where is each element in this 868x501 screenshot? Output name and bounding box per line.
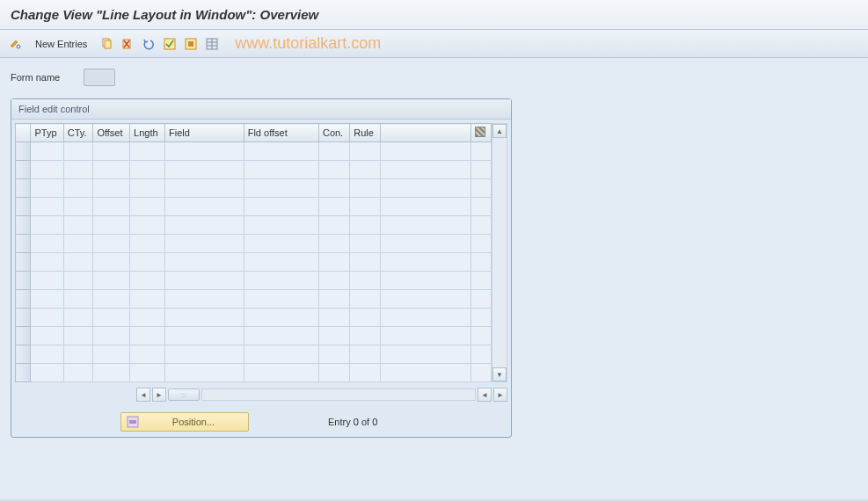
grid-cell[interactable] <box>350 290 381 309</box>
grid-cell[interactable] <box>93 142 130 161</box>
grid-cell[interactable] <box>244 253 318 272</box>
hscroll-track[interactable] <box>201 388 476 401</box>
copy-button[interactable] <box>98 35 115 53</box>
grid-cell[interactable] <box>318 253 349 272</box>
grid-cell[interactable] <box>381 161 471 179</box>
grid-cell[interactable] <box>31 309 63 327</box>
grid-cell[interactable] <box>130 345 165 364</box>
grid-cell[interactable] <box>31 327 63 345</box>
grid-cell[interactable] <box>381 235 471 253</box>
grid-cell[interactable] <box>63 198 93 216</box>
row-selector[interactable] <box>16 179 31 198</box>
table-settings-button[interactable] <box>203 35 221 53</box>
grid-cell[interactable] <box>318 142 349 161</box>
delete-button[interactable] <box>119 35 136 53</box>
grid-cell[interactable] <box>93 364 130 382</box>
row-selector[interactable] <box>16 327 31 345</box>
grid-cell[interactable] <box>31 161 63 179</box>
grid-cell[interactable] <box>93 216 130 235</box>
grid-cell[interactable] <box>244 345 318 364</box>
col-header-lngth[interactable]: Lngth <box>130 124 165 142</box>
grid-cell[interactable] <box>244 216 318 235</box>
new-entries-button[interactable]: New Entries <box>28 37 94 51</box>
row-selector[interactable] <box>16 309 31 327</box>
vertical-scrollbar[interactable]: ▲ ▼ <box>492 123 507 382</box>
scroll-right-end-button[interactable]: ► <box>493 388 507 402</box>
grid-cell[interactable] <box>31 198 63 216</box>
grid-cell[interactable] <box>244 198 318 216</box>
col-header-offset[interactable]: Offset <box>93 124 130 142</box>
grid-cell[interactable] <box>350 327 381 345</box>
grid-cell[interactable] <box>318 327 349 345</box>
position-button[interactable]: Position... <box>120 412 249 432</box>
row-selector[interactable] <box>16 272 31 290</box>
grid-cell[interactable] <box>350 309 381 327</box>
grid-cell[interactable] <box>244 235 318 253</box>
grid-cell[interactable] <box>63 253 93 272</box>
scroll-up-button[interactable]: ▲ <box>492 124 507 138</box>
grid-cell[interactable] <box>165 272 244 290</box>
scroll-right-inner-button[interactable]: ► <box>152 388 166 402</box>
grid-cell[interactable] <box>318 235 349 253</box>
grid-cell[interactable] <box>318 345 349 364</box>
grid-cell[interactable] <box>318 216 349 235</box>
row-selector[interactable] <box>16 235 31 253</box>
grid-cell[interactable] <box>165 179 244 198</box>
grid-cell[interactable] <box>31 290 63 309</box>
grid-cell[interactable] <box>350 142 381 161</box>
grid-cell[interactable] <box>31 142 63 161</box>
grid-cell[interactable] <box>130 179 165 198</box>
grid-cell[interactable] <box>165 253 244 272</box>
grid-cell[interactable] <box>63 179 93 198</box>
grid-cell[interactable] <box>165 364 244 382</box>
grid-cell[interactable] <box>63 161 93 179</box>
grid-cell[interactable] <box>381 309 471 327</box>
grid-cell[interactable] <box>318 272 349 290</box>
grid-cell[interactable] <box>381 290 471 309</box>
scroll-left-button[interactable]: ◄ <box>136 388 150 402</box>
grid-cell[interactable] <box>93 290 130 309</box>
grid-cell[interactable] <box>165 345 244 364</box>
grid-cell[interactable] <box>63 142 93 161</box>
grid-cell[interactable] <box>63 364 93 382</box>
hscroll-thumb[interactable]: ::: <box>168 388 200 401</box>
grid-cell[interactable] <box>130 198 165 216</box>
col-header-fldoffset[interactable]: Fld offset <box>244 124 318 142</box>
grid-cell[interactable] <box>93 235 130 253</box>
grid-cell[interactable] <box>165 142 244 161</box>
grid-cell[interactable] <box>350 198 381 216</box>
grid-cell[interactable] <box>318 290 349 309</box>
row-selector[interactable] <box>16 364 31 382</box>
configure-columns-button[interactable] <box>470 124 491 142</box>
grid-cell[interactable] <box>165 198 244 216</box>
grid-cell[interactable] <box>350 272 381 290</box>
grid-cell[interactable] <box>130 235 165 253</box>
grid-cell[interactable] <box>93 198 130 216</box>
grid-cell[interactable] <box>381 345 471 364</box>
grid-cell[interactable] <box>350 235 381 253</box>
grid-cell[interactable] <box>63 272 93 290</box>
grid-cell[interactable] <box>130 364 165 382</box>
select-all-rows[interactable] <box>16 124 31 142</box>
grid-cell[interactable] <box>318 364 349 382</box>
grid-cell[interactable] <box>130 253 165 272</box>
grid-cell[interactable] <box>244 272 318 290</box>
grid-cell[interactable] <box>350 253 381 272</box>
grid-cell[interactable] <box>31 272 63 290</box>
grid-cell[interactable] <box>93 309 130 327</box>
grid-cell[interactable] <box>381 253 471 272</box>
grid-cell[interactable] <box>165 235 244 253</box>
grid-cell[interactable] <box>93 253 130 272</box>
grid-cell[interactable] <box>63 235 93 253</box>
grid-cell[interactable] <box>318 161 349 179</box>
grid-cell[interactable] <box>93 345 130 364</box>
grid-cell[interactable] <box>165 309 244 327</box>
grid-cell[interactable] <box>93 327 130 345</box>
grid-cell[interactable] <box>93 161 130 179</box>
grid-cell[interactable] <box>244 309 318 327</box>
grid-cell[interactable] <box>244 179 318 198</box>
grid-cell[interactable] <box>350 364 381 382</box>
grid-cell[interactable] <box>381 198 471 216</box>
grid-cell[interactable] <box>244 364 318 382</box>
toggle-edit-button[interactable] <box>7 35 25 53</box>
